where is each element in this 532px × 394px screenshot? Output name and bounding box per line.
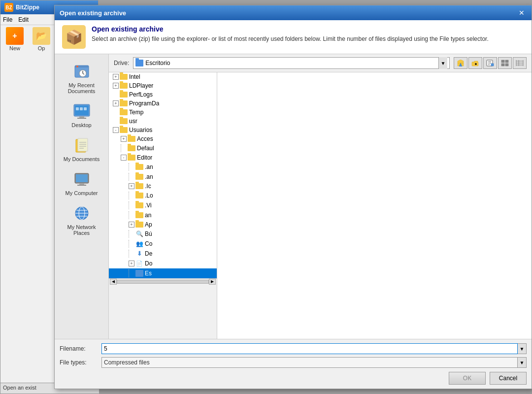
tree-expand-icon[interactable]: + (129, 183, 134, 189)
drive-folder-icon (135, 60, 143, 66)
drive-toolbar: i (454, 57, 527, 69)
folder-icon (135, 164, 143, 170)
tree-expand-icon (129, 201, 135, 209)
tree-item[interactable]: +LDPlayer (109, 81, 217, 90)
svg-rect-39 (501, 64, 504, 66)
tree-item[interactable]: .an (109, 162, 217, 172)
drive-select[interactable]: Escritorio ▼ (133, 57, 450, 69)
tree-item-label: Ap (145, 221, 152, 228)
info-button[interactable]: i (483, 57, 497, 69)
tree-item[interactable]: +.Ic (109, 182, 217, 191)
menu-edit[interactable]: Edit (18, 16, 29, 23)
tree-item[interactable]: PerfLogs (109, 90, 217, 99)
tree-item-label: Usuarios (129, 127, 152, 133)
toolbar-new[interactable]: + New (2, 27, 27, 51)
tree-item[interactable]: Es (109, 268, 217, 278)
folder-icon (120, 109, 128, 115)
dialog-header-description: Select an archive (zip) file using the e… (92, 35, 489, 43)
tree-expand-icon[interactable]: + (113, 100, 119, 106)
tree-item[interactable]: .an (109, 172, 217, 182)
computer-icon (72, 169, 92, 189)
svg-rect-13 (78, 138, 88, 151)
tree-item[interactable]: +ProgramDa (109, 99, 217, 108)
tree-hscroll: ◀ ▶ (109, 278, 217, 284)
svg-rect-8 (77, 118, 86, 119)
filename-label: Filename: (60, 345, 101, 352)
nav-item-documents[interactable]: My Documents (58, 133, 105, 164)
hscroll-right[interactable]: ▶ (209, 279, 216, 285)
new-folder-button[interactable] (468, 57, 482, 69)
tree-item[interactable]: Temp (109, 108, 217, 117)
new-icon: + (6, 27, 24, 45)
folder-icon (128, 145, 135, 151)
browser-area: +Intel+LDPlayerPerfLogs+ProgramDaTempusr… (109, 72, 532, 339)
desktop-icon (72, 101, 92, 121)
filename-dropdown[interactable]: ▼ (518, 343, 527, 354)
tree-item[interactable]: +Acces (109, 134, 217, 143)
tree-item-label: Defaul (137, 145, 154, 152)
dialog-close-button[interactable]: ✕ (517, 8, 527, 18)
tree-item[interactable]: .Vi (109, 200, 217, 210)
tree-wrap: +Intel+LDPlayerPerfLogs+ProgramDaTempusr… (109, 72, 217, 339)
dialog-header-title: Open existing archive (92, 25, 489, 33)
tree-expand-icon[interactable]: + (113, 83, 119, 89)
folder-icon (135, 193, 143, 198)
tree-item[interactable]: -Editor (109, 153, 217, 162)
tree-item[interactable]: +📄Do (109, 259, 217, 268)
tree-item[interactable]: .Lo (109, 191, 217, 200)
folder-icon (120, 100, 128, 106)
archive-icon: 📦 (62, 25, 86, 49)
tree-item[interactable]: -Usuarios (109, 126, 217, 134)
tree-expand-icon[interactable]: - (121, 155, 127, 161)
toolbar-open[interactable]: 📂 Op (29, 27, 54, 51)
dialog-body: My RecentDocuments Desktop (55, 54, 532, 339)
hscroll-left[interactable]: ◀ (110, 279, 117, 285)
filename-input[interactable] (101, 343, 518, 354)
drive-dropdown-arrow[interactable]: ▼ (438, 57, 447, 69)
folder-icon (135, 222, 143, 228)
cancel-button[interactable]: Cancel (490, 372, 527, 385)
filetype-dropdown[interactable]: ▼ (518, 357, 527, 368)
detail-view-button[interactable] (513, 57, 527, 69)
toolbar-open-label: Op (38, 45, 45, 51)
tree-expand-icon[interactable]: + (121, 136, 127, 142)
nav-item-recent[interactable]: My RecentDocuments (58, 59, 105, 97)
tree-item[interactable]: ⬇De (109, 249, 217, 259)
folder-icon (135, 270, 143, 277)
tree-expand-icon[interactable]: - (113, 127, 119, 133)
folder-icon (120, 118, 128, 124)
list-view-button[interactable] (498, 57, 512, 69)
nav-item-network[interactable]: My NetworkPlaces (58, 201, 105, 238)
svg-rect-9 (76, 107, 79, 110)
tree-item[interactable]: 👥Co (109, 239, 217, 249)
svg-rect-21 (77, 185, 86, 186)
open-icon: 📂 (33, 27, 50, 45)
tree-expand-icon (129, 240, 135, 248)
nav-item-computer[interactable]: My Computer (58, 167, 105, 198)
tree-item[interactable]: 🔍Bú (109, 229, 217, 239)
folder-icon: 👥 (135, 240, 143, 248)
hscroll-bar[interactable] (117, 280, 209, 284)
tree-expand-icon[interactable]: + (129, 261, 134, 266)
filename-row: Filename: ▼ (60, 343, 527, 354)
filetype-input[interactable] (101, 357, 518, 368)
tree-expand-icon[interactable]: + (113, 74, 119, 80)
folder-icon (120, 92, 128, 98)
tree-item-label: Intel (129, 73, 140, 80)
nav-item-desktop[interactable]: Desktop (58, 99, 105, 131)
tree-item[interactable]: +Intel (109, 72, 217, 81)
folder-icon (120, 127, 128, 133)
documents-icon (72, 135, 92, 155)
tree-expand-icon[interactable]: + (129, 222, 134, 228)
menu-file[interactable]: File (3, 16, 12, 23)
folder-icon (135, 183, 143, 189)
tree-item[interactable]: an (109, 210, 217, 220)
ok-button[interactable]: OK (449, 372, 486, 385)
up-button[interactable] (454, 57, 467, 69)
tree-item-label: Es (145, 270, 152, 277)
tree-item[interactable]: Defaul (109, 143, 217, 153)
dialog-header-text: Open existing archive Select an archive … (92, 25, 489, 43)
filetype-input-wrap: ▼ (101, 357, 527, 368)
tree-item[interactable]: usr (109, 117, 217, 126)
tree-item[interactable]: +Ap (109, 220, 217, 229)
